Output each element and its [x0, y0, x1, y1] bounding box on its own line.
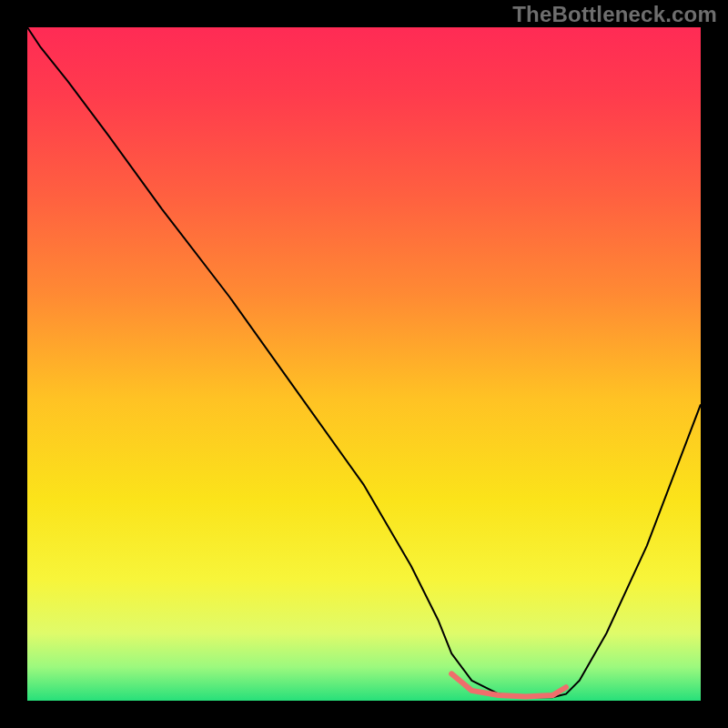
plot-area	[27, 27, 701, 701]
chart-svg	[27, 27, 701, 701]
watermark-text: TheBottleneck.com	[512, 2, 717, 27]
gradient-background	[27, 27, 701, 701]
chart-container: TheBottleneck.com	[0, 0, 728, 728]
